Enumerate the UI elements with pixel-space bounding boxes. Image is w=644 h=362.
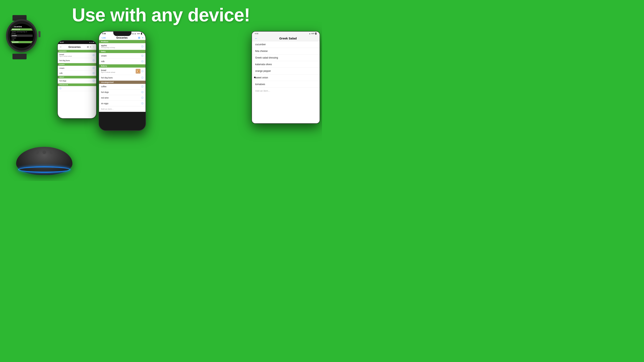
iphone-cat-uncategorized: Uncategorized xyxy=(99,81,146,84)
iphone-info-hotdogs[interactable]: ⓘ xyxy=(141,91,144,94)
echo-btn-1 xyxy=(35,150,39,154)
iphone-add-icon[interactable]: + xyxy=(142,36,144,39)
iphone-info-cream[interactable]: ⓘ xyxy=(141,54,144,57)
android-info-milk[interactable]: ⓘ xyxy=(92,72,94,75)
android-item-milk[interactable]: milk ⓘ xyxy=(58,71,96,76)
echo-btn-3 xyxy=(50,150,53,154)
iphone-bread-right: 🍞 ⓘ xyxy=(136,69,144,74)
iphone: 5:32 ▲▲▲ WiFi ▊ ‹ Lists Groceries ⊞ + Pr… xyxy=(98,31,146,131)
iphone-back-button[interactable]: ‹ Lists xyxy=(101,37,106,39)
iphone-nav-icons: ⊞ + xyxy=(138,36,144,39)
iphone-item-cream[interactable]: cream ⓘ xyxy=(99,53,146,59)
android-info-bread[interactable]: ⓘ xyxy=(92,54,94,57)
android-back-icon[interactable]: ← xyxy=(59,45,62,48)
android-item-cream[interactable]: cream ⓘ xyxy=(58,66,96,71)
android-cat-dairy: DAIRY xyxy=(58,63,96,66)
android-cat-bakery: BAKERY xyxy=(58,50,96,52)
main-headline: Use with any device! xyxy=(0,6,322,24)
iphone-item-hotdogbuns[interactable]: hot dog buns ⓘ xyxy=(99,75,146,81)
android-item-hotdogbuns-text: hot dog buns xyxy=(59,59,70,61)
tablet-status-bar: 9:58 ▲ WiFi ▊ xyxy=(252,31,320,35)
watch-item-milk: milk xyxy=(11,39,15,41)
android-item-hotdogs-text: hot dogs xyxy=(59,80,66,82)
iphone-signal-icon: ▲▲▲ xyxy=(132,33,136,34)
android-item-bread-text: bread xyxy=(59,53,72,55)
tablet-item-orangepepper[interactable]: orange pepper xyxy=(252,68,320,74)
iphone-wifi-icon: WiFi xyxy=(137,33,140,34)
android-item-produce-placeholder: ⓘ xyxy=(58,86,96,91)
iphone-info-bread[interactable]: ⓘ xyxy=(141,70,144,73)
tablet-add-item-placeholder: Add an item... xyxy=(255,89,270,92)
android-item-milk-text: milk xyxy=(59,72,62,74)
android-info-hotdogbuns[interactable]: ⓘ xyxy=(92,59,94,62)
iphone-item-apples-sub: Honeycrisp or Envy xyxy=(101,47,115,48)
iphone-item-sixeggs[interactable]: six eggs ⓘ xyxy=(99,101,146,106)
android-add-icon[interactable]: + xyxy=(90,46,91,48)
iphone-info-coffee[interactable]: ⓘ xyxy=(141,85,144,88)
tablet-item-sweetonion[interactable]: sweet onion xyxy=(252,74,320,81)
iphone-item-apples-text: apples xyxy=(101,44,115,47)
android-info-produce: ⓘ xyxy=(59,87,62,90)
android-menu-icon[interactable]: ⋮ xyxy=(92,46,94,48)
iphone-list-content: Produce apples Honeycrisp or Envy ⓘ Dair… xyxy=(99,40,146,112)
iphone-info-hotdogbuns[interactable]: ⓘ xyxy=(141,76,144,79)
android-item-bread-sub: Rye or whole wheat xyxy=(59,55,72,57)
android-topbar: ← Groceries ⊞ + ⋮ xyxy=(58,44,96,50)
watch-screen: Groceries PRODUCE apples (Honeycrisp or … xyxy=(10,24,34,48)
echo-dot-body xyxy=(16,147,72,175)
iphone-item-bread-sub: Rye or whole wheat xyxy=(101,71,115,73)
android-item-bread[interactable]: bread Rye or whole wheat ⓘ xyxy=(58,52,96,58)
iphone-info-milk[interactable]: ⓘ xyxy=(141,60,144,63)
iphone-info-redwine[interactable]: ⓘ xyxy=(141,96,144,99)
smartwatch: Groceries PRODUCE apples (Honeycrisp or … xyxy=(4,15,41,59)
tablet-list-content: cucumber feta cheese Greek salad dressin… xyxy=(252,41,320,123)
iphone-item-coffee[interactable]: coffee ⓘ xyxy=(99,84,146,89)
watch-category-dairy: DAIRY xyxy=(11,34,32,37)
watch-title: Groceries xyxy=(11,25,22,28)
android-phone: 20:57 ▲ ▲ ■ ← Groceries ⊞ + ⋮ BAKERY bre… xyxy=(57,40,96,119)
iphone-item-hotdogs[interactable]: hot dogs ⓘ xyxy=(99,89,146,95)
tablet-item-orangepepper-text: orange pepper xyxy=(255,70,316,72)
iphone-info-apples[interactable]: ⓘ xyxy=(141,45,144,48)
iphone-add-item[interactable]: Add an item... xyxy=(99,106,146,112)
tablet-item-kalamataolives-text: kalamata olives xyxy=(255,63,316,66)
iphone-cat-dairy: Dairy xyxy=(99,50,146,53)
android-barcode-icon[interactable]: ⊞ xyxy=(87,46,89,48)
iphone-item-milk[interactable]: milk ⓘ xyxy=(99,59,146,64)
android-info-cream[interactable]: ⓘ xyxy=(92,67,94,70)
iphone-item-bread[interactable]: bread Rye or whole wheat 🍞 ⓘ xyxy=(99,67,146,75)
tablet-item-greeksaladdressing[interactable]: Greek salad dressing xyxy=(252,54,320,61)
watch-item-cream: cream xyxy=(11,37,17,39)
android-frame: 20:57 ▲ ▲ ■ ← Groceries ⊞ + ⋮ BAKERY bre… xyxy=(57,40,96,119)
android-screen-title: Groceries xyxy=(64,45,86,48)
tablet-camera xyxy=(254,77,256,78)
tablet-item-kalamataolives[interactable]: kalamata olives xyxy=(252,61,320,68)
tablet-add-item[interactable]: Add an item... xyxy=(252,88,320,94)
iphone-info-sixeggs[interactable]: ⓘ xyxy=(141,102,144,105)
iphone-item-apples[interactable]: apples Honeycrisp or Envy ⓘ xyxy=(99,43,146,50)
tablet-item-tomatoes-text: tomatoes xyxy=(255,83,316,86)
android-info-hotdogs[interactable]: ⓘ xyxy=(92,79,94,82)
iphone-item-milk-text: milk xyxy=(101,60,105,62)
android-item-hotdogbuns[interactable]: hot dog buns ⓘ xyxy=(58,58,96,63)
iphone-barcode-icon[interactable]: ⊞ xyxy=(138,36,140,39)
tablet-back-button[interactable]: ← xyxy=(255,37,258,40)
watch-body: Groceries PRODUCE apples (Honeycrisp or … xyxy=(6,19,37,52)
iphone-item-cream-text: cream xyxy=(101,55,107,57)
iphone-bread-thumb: 🍞 xyxy=(136,69,140,74)
watch-category-bakery: BAKERY xyxy=(11,41,32,43)
tablet-item-cucumber-text: cucumber xyxy=(255,43,316,46)
iphone-status-right: ▲▲▲ WiFi ▊ xyxy=(132,33,142,34)
android-item-hotdogs[interactable]: hot dogs ⓘ xyxy=(58,78,96,83)
watch-item-apples: apples (Honeycrisp or Envy) xyxy=(11,31,32,34)
iphone-add-item-placeholder: Add an item... xyxy=(101,108,114,110)
iphone-item-redwine[interactable]: red wine ⓘ xyxy=(99,95,146,101)
iphone-cat-bakery: Bakery xyxy=(99,64,146,67)
tablet-item-tomatoes[interactable]: tomatoes xyxy=(252,81,320,88)
tablet-item-fetacheese-text: feta cheese xyxy=(255,50,316,52)
tablet-screen-title: Greek Salad xyxy=(259,37,317,40)
iphone-back-chevron: ‹ xyxy=(101,37,102,39)
android-action-icons: ⊞ + ⋮ xyxy=(87,46,94,48)
tablet-item-fetacheese[interactable]: feta cheese xyxy=(252,48,320,54)
tablet-item-cucumber[interactable]: cucumber xyxy=(252,41,320,48)
